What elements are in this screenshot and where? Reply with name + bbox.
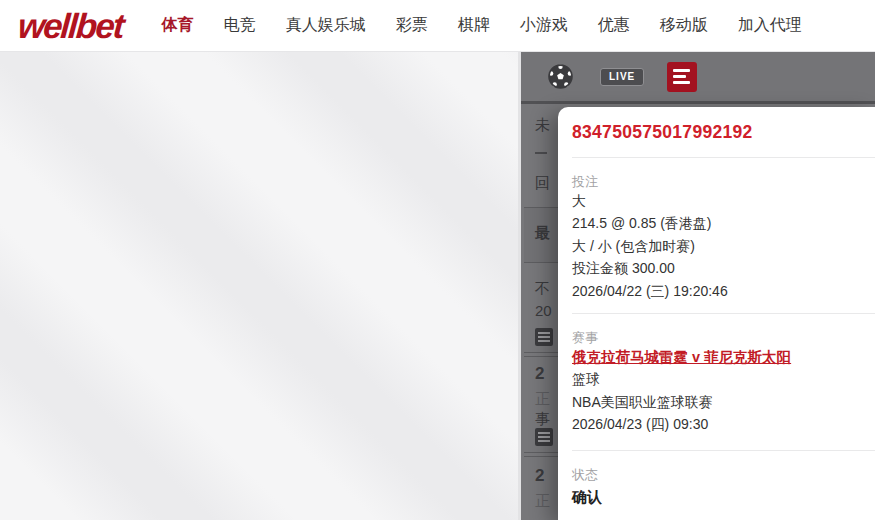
bet-slip-toolbar: LIVE [521,52,875,104]
obscured-text: 事 [535,410,558,429]
divider [572,313,875,314]
bet-list-icon[interactable] [667,62,697,92]
event-start-time: 2026/04/23 (四) 09:30 [572,413,875,435]
status-section-label: 状态 [572,467,875,483]
live-badge[interactable]: LIVE [600,68,644,86]
page-background [0,52,518,520]
obscured-divider [535,152,547,154]
obscured-text: 2 [535,466,558,486]
status-value: 确认 [572,485,875,509]
event-section-label: 赛事 [572,330,875,346]
obscured-text: 正 [535,390,558,409]
bet-placed-time: 2026/04/22 (三) 19:20:46 [572,280,875,302]
bet-market: 大 / 小 (包含加时赛) [572,235,875,257]
bet-line-odds: 214.5 @ 0.85 (香港盘) [572,212,875,234]
obscured-text: 20 [535,302,558,319]
nav-item-sports[interactable]: 体育 [162,15,194,36]
event-league: NBA美国职业篮球联赛 [572,391,875,413]
divider [572,450,875,451]
nav-item-live-casino[interactable]: 真人娱乐城 [286,15,366,36]
obscured-divider [524,262,558,263]
event-sport: 篮球 [572,368,875,390]
nav-item-lottery[interactable]: 彩票 [396,15,428,36]
nav-item-join-affiliate[interactable]: 加入代理 [738,15,802,36]
nav-item-mobile-version[interactable]: 移动版 [660,15,708,36]
match-link[interactable]: 俄克拉荷马城雷霆 v 菲尼克斯太阳 [572,346,791,368]
obscured-divider [524,352,558,353]
site-header: wellbet 体育 电竞 真人娱乐城 彩票 棋牌 小游戏 优惠 移动版 加入代… [0,0,875,52]
obscured-text: 最 [535,224,558,243]
obscured-divider [524,452,558,453]
soccer-ball-icon[interactable] [548,64,573,89]
nav-item-esports[interactable]: 电竞 [224,15,256,36]
nav-item-mini-games[interactable]: 小游戏 [520,15,568,36]
nav-item-promotions[interactable]: 优惠 [598,15,630,36]
bet-section-label: 投注 [572,174,875,190]
obscured-text: 回 [535,174,558,193]
obscured-bet-list-icon [535,328,553,346]
divider [572,157,875,158]
bet-detail-popup: 834750575017992192 投注 大 214.5 @ 0.85 (香港… [558,107,875,520]
obscured-divider [524,356,558,357]
obscured-text: 不 [535,280,558,299]
obscured-text: 未 [535,116,558,135]
brand-logo[interactable]: wellbet [17,6,124,46]
page: wellbet 体育 电竞 真人娱乐城 彩票 棋牌 小游戏 优惠 移动版 加入代… [0,0,875,520]
main-nav: 体育 电竞 真人娱乐城 彩票 棋牌 小游戏 优惠 移动版 加入代理 [147,15,817,36]
obscured-text: 2 [535,364,558,384]
nav-item-card-games[interactable]: 棋牌 [458,15,490,36]
obscured-bet-list-icon [535,428,553,446]
obscured-divider [524,456,558,457]
obscured-page-content: 未 回 最 不 20 2 正 事 2 正 [521,104,558,520]
obscured-text: 正 [535,492,558,511]
bet-id: 834750575017992192 [572,119,875,145]
bet-selection: 大 [572,190,875,212]
bet-stake: 投注金额 300.00 [572,257,875,279]
